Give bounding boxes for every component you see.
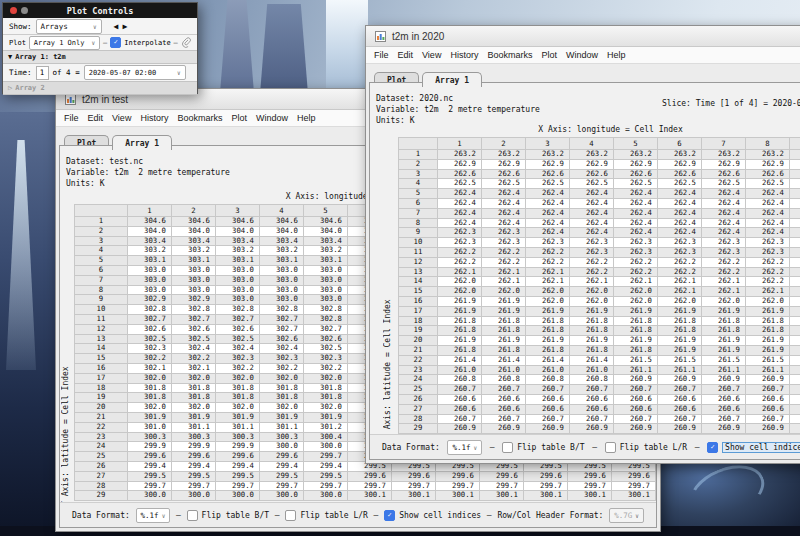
data-cell[interactable]: 261.9 [614,336,658,346]
data-cell[interactable]: 299.4 [216,461,260,471]
data-cell[interactable]: 260.7 [702,385,746,395]
data-cell[interactable]: 299.5 [172,471,216,481]
data-cell[interactable]: 301.9 [304,412,348,422]
data-cell[interactable]: 262.0 [614,296,658,306]
data-cell[interactable]: 302.0 [304,373,348,383]
data-cell[interactable]: 262.9 [570,159,614,169]
data-cell[interactable]: 262.9 [658,159,702,169]
flip-lr-checkbox-group[interactable]: Flip table L/R [605,442,687,453]
data-cell[interactable]: 260.9 [790,375,800,385]
data-cell[interactable]: 302.2 [260,363,304,373]
data-cell[interactable]: 300.0 [304,491,348,501]
data-cell[interactable]: 262.0 [570,287,614,297]
data-cell[interactable]: 261.9 [790,345,800,355]
data-cell[interactable]: 261.9 [702,306,746,316]
data-cell[interactable]: 302.0 [304,403,348,413]
data-cell[interactable]: 260.9 [570,424,614,434]
data-cell[interactable]: 263.2 [702,150,746,160]
data-cell[interactable]: 260.7 [790,385,800,395]
data-cell[interactable]: 262.3 [482,238,526,248]
data-cell[interactable]: 262.2 [438,247,482,257]
menu-item-window[interactable]: Window [566,50,598,60]
data-cell[interactable]: 260.6 [482,394,526,404]
data-cell[interactable]: 302.8 [216,305,260,315]
data-cell[interactable]: 262.3 [746,238,790,248]
array-1-section-header[interactable]: ▼ Array 1: t2m [3,50,197,64]
data-cell[interactable]: 260.6 [438,394,482,404]
data-cell[interactable]: 260.6 [614,394,658,404]
data-cell[interactable]: 302.2 [172,354,216,364]
data-cell[interactable]: 260.7 [658,385,702,395]
data-cell[interactable]: 260.6 [702,404,746,414]
data-cell[interactable]: 262.2 [658,257,702,267]
data-cell[interactable]: 262.3 [702,247,746,257]
data-cell[interactable]: 299.5 [128,471,172,481]
data-cell[interactable]: 299.7 [304,452,348,462]
data-cell[interactable]: 260.9 [702,424,746,434]
data-cell[interactable]: 262.3 [702,238,746,248]
data-cell[interactable]: 302.7 [304,324,348,334]
data-cell[interactable]: 300.1 [524,491,568,501]
data-cell[interactable]: 262.4 [438,208,482,218]
data-cell[interactable]: 260.6 [570,394,614,404]
data-cell[interactable]: 260.7 [790,414,800,424]
data-cell[interactable]: 261.9 [570,336,614,346]
data-cell[interactable]: 260.6 [482,404,526,414]
show-cell-indices-checkbox[interactable] [384,510,395,521]
data-cell[interactable]: 260.6 [526,394,570,404]
data-cell[interactable]: 262.9 [526,159,570,169]
data-cell[interactable]: 299.6 [568,471,612,481]
data-cell[interactable]: 302.6 [128,324,172,334]
data-cell[interactable]: 261.9 [526,306,570,316]
data-cell[interactable]: 260.6 [702,394,746,404]
data-cell[interactable]: 262.2 [702,257,746,267]
data-cell[interactable]: 302.8 [172,305,216,315]
data-cell[interactable]: 303.1 [260,256,304,266]
data-cell[interactable]: 300.0 [172,491,216,501]
titlebar[interactable]: Plot Controls [3,3,197,18]
data-cell[interactable]: 302.6 [216,324,260,334]
data-cell[interactable]: 262.0 [658,296,702,306]
data-cell[interactable]: 261.8 [790,316,800,326]
show-cell-indices-group[interactable]: Show cell indices [384,510,481,521]
data-cell[interactable]: 262.4 [438,189,482,199]
data-cell[interactable]: 262.9 [746,159,790,169]
data-cell[interactable]: 303.0 [260,265,304,275]
menu-item-plot[interactable]: Plot [541,50,557,60]
data-cell[interactable]: 261.9 [746,336,790,346]
data-cell[interactable]: 302.7 [260,314,304,324]
data-cell[interactable]: 302.8 [260,305,304,315]
data-cell[interactable]: 262.9 [702,159,746,169]
flip-bt-checkbox-group[interactable]: Flip table B/T [502,442,584,453]
data-cell[interactable]: 261.1 [790,365,800,375]
data-format-dropdown[interactable]: %.1f∨ [447,440,482,455]
attach-icon[interactable] [181,37,191,48]
menu-item-view[interactable]: View [422,50,441,60]
data-cell[interactable]: 302.7 [216,314,260,324]
tab-array-1[interactable]: Array 1 [422,72,482,87]
show-cell-indices-group[interactable]: Show cell indices [707,442,800,453]
data-cell[interactable]: 262.4 [482,189,526,199]
data-cell[interactable]: 262.4 [746,189,790,199]
data-cell[interactable]: 304.6 [172,217,216,227]
data-cell[interactable]: 262.4 [790,228,800,238]
data-cell[interactable]: 299.6 [172,452,216,462]
data-cell[interactable]: 262.2 [482,247,526,257]
data-cell[interactable]: 302.3 [304,354,348,364]
data-cell[interactable]: 302.0 [216,373,260,383]
data-cell[interactable]: 299.6 [524,471,568,481]
plot-dropdown[interactable]: Array 1 Only∨ [29,36,100,50]
data-cell[interactable]: 260.6 [614,404,658,414]
data-cell[interactable]: 299.4 [172,461,216,471]
data-cell[interactable]: 302.0 [128,403,172,413]
data-cell[interactable]: 300.1 [568,491,612,501]
data-cell[interactable]: 302.0 [260,403,304,413]
data-cell[interactable]: 262.4 [790,198,800,208]
data-cell[interactable]: 303.1 [304,256,348,266]
data-cell[interactable]: 261.4 [482,355,526,365]
data-cell[interactable]: 260.9 [790,424,800,434]
data-cell[interactable]: 260.7 [526,385,570,395]
data-cell[interactable]: 262.4 [614,198,658,208]
titlebar[interactable]: t2m in 2020 [366,26,800,47]
data-cell[interactable]: 262.4 [526,189,570,199]
